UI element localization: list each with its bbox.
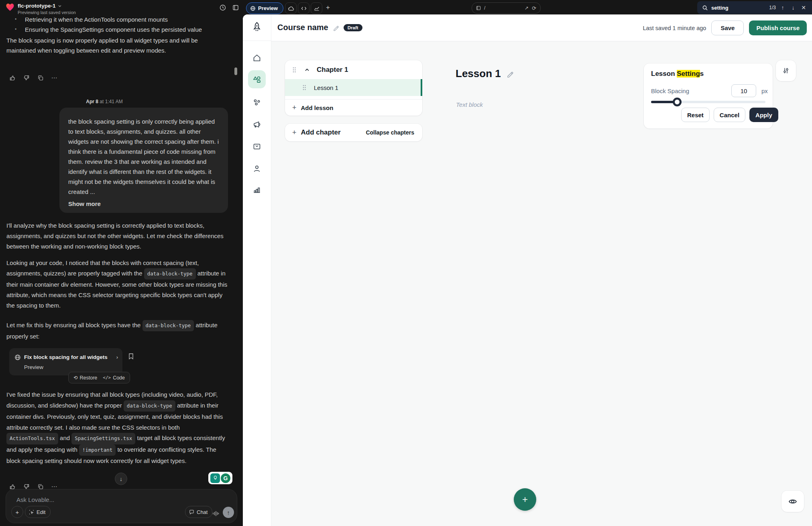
send-button[interactable]: ↑ — [223, 507, 234, 518]
search-input[interactable]: setting — [711, 5, 729, 11]
restore-button[interactable]: ⟲Restore — [73, 375, 97, 381]
collapse-chevron-up-icon[interactable] — [304, 67, 310, 73]
history-icon[interactable] — [219, 4, 226, 11]
tune-sliders-icon — [782, 67, 790, 75]
message-timestamp: Apr 8 at 1:41 AM — [0, 99, 209, 104]
search-highlight: Setting — [677, 70, 700, 77]
grammarly-icon: G — [221, 473, 230, 483]
block-spacing-input[interactable] — [731, 84, 756, 97]
open-external-icon[interactable]: ↗ — [525, 5, 529, 11]
preview-url-bar[interactable]: / ↗ ⟳ — [472, 2, 541, 14]
assistant-summary-paragraph: The block spacing is now properly applie… — [6, 35, 228, 55]
project-name-menu[interactable]: flc-prototype-1 — [18, 3, 62, 9]
chat-mode-button[interactable]: Chat — [185, 506, 212, 518]
timestamp-time: at 1:41 AM — [100, 99, 122, 104]
line-chart-icon — [313, 5, 320, 12]
chat-composer[interactable]: + Edit G Chat ↑ — [6, 489, 237, 523]
drag-handle-icon[interactable] — [302, 84, 306, 91]
search-close-icon[interactable]: ✕ — [800, 4, 807, 11]
lovable-logo-icon[interactable] — [5, 2, 15, 12]
thumbs-up-icon[interactable] — [7, 73, 17, 82]
analytics-button[interactable] — [311, 2, 322, 14]
inline-code: data-block-type — [144, 268, 196, 279]
attach-button[interactable]: + — [11, 506, 23, 518]
chat-scrollbar-thumb[interactable] — [234, 67, 237, 75]
restore-label: Restore — [79, 375, 97, 381]
sidebar-item-community-icon[interactable] — [252, 98, 261, 107]
sidebar-item-home-icon[interactable] — [252, 53, 261, 62]
preview-eye-button[interactable] — [781, 491, 804, 512]
edit-label: Edit — [37, 509, 45, 515]
edit-mode-button[interactable]: Edit — [25, 506, 51, 518]
show-more-link[interactable]: Show more — [68, 200, 219, 207]
version-actions-pill: ⟲Restore </>Code — [68, 372, 130, 383]
rail-divider — [243, 41, 271, 41]
bullet-glyph: • — [6, 24, 25, 35]
text-block-placeholder[interactable]: Text block — [456, 101, 483, 108]
add-chapter-card: + Add chapter Collapse chapters — [285, 124, 422, 141]
refresh-icon[interactable]: ⟳ — [532, 5, 536, 11]
code-icon: </> — [103, 375, 111, 380]
lightbulb-icon — [210, 473, 220, 483]
cancel-button[interactable]: Cancel — [714, 108, 745, 122]
reset-button[interactable]: Reset — [681, 108, 710, 122]
add-chapter-button[interactable]: Add chapter — [301, 128, 341, 137]
voice-input-icon[interactable] — [212, 510, 219, 517]
code-view-button[interactable] — [298, 2, 309, 14]
user-message-bubble: the block spacing setting is only correc… — [59, 108, 228, 213]
more-options-icon[interactable]: ⋯ — [49, 73, 59, 82]
code-button[interactable]: </>Code — [103, 375, 125, 381]
chevron-down-icon — [58, 4, 62, 8]
sidebar-item-inbox-icon[interactable] — [252, 142, 261, 151]
slider-thumb[interactable] — [673, 98, 682, 106]
add-block-fab[interactable]: + — [514, 488, 536, 511]
undo-icon: ⟲ — [73, 375, 77, 381]
settings-title-post: s — [700, 70, 704, 77]
drag-handle-icon[interactable] — [292, 67, 296, 73]
code-label: Code — [113, 375, 125, 381]
publish-course-button[interactable]: Publish course — [749, 20, 807, 35]
app-preview-panel: Course name Draft Last saved 1 minute ag… — [243, 14, 812, 526]
thumbs-down-icon[interactable] — [21, 73, 31, 82]
search-next-icon[interactable]: ↓ — [790, 4, 797, 11]
sidebar-item-profile-icon[interactable] — [252, 164, 261, 173]
find-in-page-bar[interactable]: setting 1/3 ↑ ↓ ✕ — [697, 1, 812, 14]
settings-toggle-button[interactable] — [776, 60, 796, 81]
save-button[interactable]: Save — [711, 20, 744, 35]
add-tab-button[interactable]: + — [326, 4, 330, 12]
preview-button[interactable]: Preview — [246, 2, 283, 14]
version-card[interactable]: Fix block spacing for all widgets Previe… — [9, 348, 122, 375]
chat-bubble-icon — [189, 510, 194, 515]
edit-pencil-icon[interactable] — [333, 24, 339, 31]
sidebar-item-announcements-icon[interactable] — [252, 120, 261, 129]
assistant-bullet-list: •Retrieving it when the ActionTools comp… — [6, 14, 226, 35]
edit-pencil-icon[interactable] — [507, 70, 514, 77]
scroll-to-bottom-button[interactable]: ↓ — [115, 473, 127, 485]
apply-button[interactable]: Apply — [749, 108, 778, 122]
copy-icon[interactable] — [35, 73, 45, 82]
cloud-deploy-button[interactable] — [285, 2, 297, 14]
chat-input[interactable] — [16, 496, 170, 504]
search-icon — [702, 5, 708, 11]
chevron-right-icon[interactable]: › — [116, 354, 118, 360]
chapter-row[interactable]: Chapter 1 — [285, 60, 422, 79]
add-lesson-button[interactable]: + Add lesson — [285, 99, 422, 116]
bullet-text: Retrieving it when the ActionTools compo… — [25, 14, 168, 24]
grammarly-widget[interactable]: G — [208, 472, 232, 484]
collapse-chapters-button[interactable]: Collapse chapters — [366, 129, 414, 136]
select-edit-icon — [29, 510, 34, 515]
message-actions: ⋯ — [7, 73, 59, 82]
assistant-paragraph: I'll analyze why the block spacing setti… — [6, 220, 229, 252]
block-spacing-slider[interactable] — [651, 101, 765, 103]
sidebar-item-analytics-icon[interactable] — [252, 186, 261, 194]
panel-toggle-icon[interactable] — [232, 4, 239, 11]
bullet-glyph: • — [6, 14, 25, 24]
bookmark-icon[interactable] — [128, 353, 134, 360]
assistant-paragraph: I've fixed the issue by ensuring that al… — [6, 389, 229, 467]
sidebar-item-courses-active[interactable] — [248, 70, 266, 88]
lesson-heading: Lesson 1 — [456, 67, 501, 80]
lesson-row-selected[interactable]: Lesson 1 — [285, 79, 422, 96]
search-prev-icon[interactable]: ↑ — [779, 4, 786, 11]
inline-code: ActionTools.tsx — [6, 433, 58, 444]
rocket-logo-icon[interactable] — [250, 21, 264, 35]
